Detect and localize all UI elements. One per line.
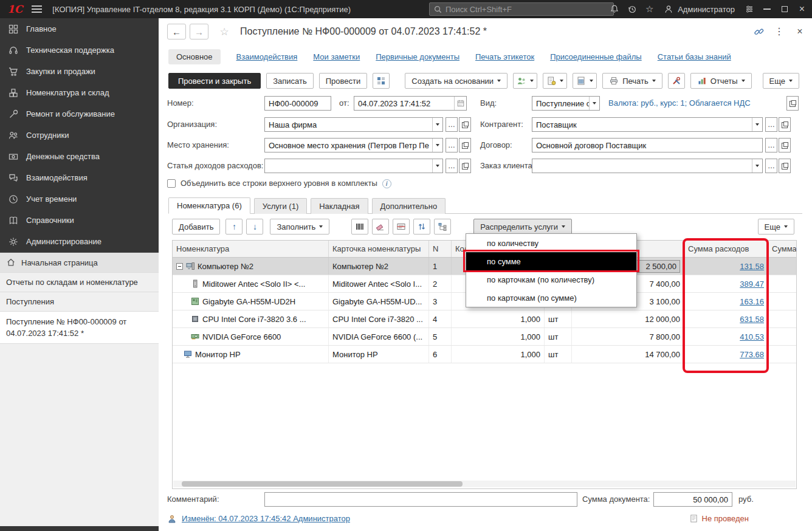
create-document-button[interactable]	[573, 73, 597, 89]
post-and-close-button[interactable]: Провести и закрыть	[168, 73, 261, 89]
combo-dropdown-button[interactable]	[752, 159, 762, 173]
number-input[interactable]	[264, 96, 331, 111]
sidebar-item-references[interactable]: Справочники	[0, 210, 159, 231]
sidebar-item-administration[interactable]: Администрирование	[0, 231, 159, 252]
contract-choose-button[interactable]: …	[765, 138, 777, 152]
tab-prisoedinennye-fayly[interactable]: Присоединенные файлы	[550, 52, 642, 61]
currency-info-link[interactable]: Валюта: руб., курс: 1; Облагается НДС	[608, 96, 751, 111]
sidebar-item-tech-support[interactable]: Техническая поддержка	[0, 39, 159, 61]
move-down-button[interactable]: ↓	[246, 219, 263, 235]
open-window-postupleniya[interactable]: Поступления	[0, 292, 159, 312]
contract-input[interactable]: Основной договор Поставщик	[532, 138, 763, 152]
sidebar-item-employees[interactable]: Сотрудники	[0, 125, 159, 146]
open-window-current-document[interactable]: Поступление № НФ00-000009 от 04.07.2023 …	[0, 312, 159, 344]
tab-additional[interactable]: Дополнительно	[372, 198, 446, 214]
combine-rows-checkbox[interactable]	[167, 179, 176, 188]
scrollbar-thumb[interactable]	[182, 481, 463, 487]
column-header[interactable]: N	[429, 241, 452, 257]
sidebar-item-repair-service[interactable]: Ремонт и обслуживание	[0, 103, 159, 125]
maximize-button[interactable]	[776, 0, 793, 18]
menu-item-by-cards-quantity[interactable]: по карточкам (по количеству)	[466, 270, 636, 289]
combo-dropdown-button[interactable]	[752, 118, 762, 131]
tab-osnovnoe[interactable]: Основное	[168, 49, 221, 64]
combo-dropdown-button[interactable]	[432, 159, 442, 173]
client-order-open-button[interactable]	[779, 159, 791, 173]
info-icon[interactable]: i	[382, 179, 391, 188]
home-page-item[interactable]: Начальная страница	[0, 253, 159, 273]
close-window-button[interactable]: ×	[793, 0, 811, 18]
reports-button[interactable]: Отчеты	[690, 73, 752, 89]
favorite-toggle[interactable]: ☆	[217, 26, 232, 38]
contractor-open-button[interactable]	[779, 117, 791, 132]
save-button[interactable]: Записать	[266, 73, 314, 89]
table-more-button[interactable]: Еще	[758, 219, 794, 235]
sidebar-item-glavnoe[interactable]: Главное	[0, 18, 159, 39]
column-header[interactable]: Сумма расходов	[684, 241, 768, 257]
history-button[interactable]	[623, 0, 641, 18]
tab-pechat-etiketok[interactable]: Печать этикеток	[475, 52, 534, 61]
close-document-button[interactable]: ×	[794, 26, 806, 38]
sidebar-item-money[interactable]: Денежные средства	[0, 146, 159, 167]
horizontal-scrollbar[interactable]	[173, 481, 796, 487]
sidebar-item-purchases-sales[interactable]: Закупки и продажи	[0, 61, 159, 82]
move-up-button[interactable]: ↑	[225, 219, 243, 235]
collapse-group-icon[interactable]	[176, 263, 183, 270]
expenses-amount-link[interactable]: 773.68	[740, 350, 764, 359]
create-based-on-button[interactable]: Создать на основании	[405, 73, 507, 89]
contractor-choose-button[interactable]: …	[765, 117, 777, 132]
client-order-select[interactable]	[532, 159, 763, 173]
open-window-reports[interactable]: Отчеты по складам и номенклатуре	[0, 273, 159, 292]
scan-labels-button[interactable]	[393, 219, 410, 235]
expense-item-select[interactable]	[264, 159, 443, 173]
menu-item-by-quantity[interactable]: по количеству	[466, 234, 636, 252]
tab-moi-zametki[interactable]: Мои заметки	[313, 52, 360, 61]
column-header[interactable]: Сумма	[768, 241, 796, 257]
expenses-amount-link[interactable]: 389.47	[740, 279, 764, 289]
contract-open-button[interactable]	[779, 138, 791, 152]
get-link-button[interactable]	[752, 26, 765, 38]
search-input[interactable]	[446, 5, 610, 14]
tab-pervichnye-dokumenty[interactable]: Первичные документы	[376, 52, 459, 61]
kind-select[interactable]: Поступление о	[532, 96, 600, 111]
fill-button[interactable]: Заполнить	[270, 219, 329, 235]
main-menu-button[interactable]	[32, 5, 42, 13]
expenses-amount-link[interactable]: 631.58	[740, 315, 764, 324]
back-button[interactable]: ←	[167, 24, 186, 39]
column-header[interactable]: Карточка номенклатуры	[329, 241, 429, 257]
more-menu-button[interactable]: ⋮	[773, 26, 785, 38]
create-contact-button[interactable]	[513, 73, 537, 89]
expenses-amount-link[interactable]: 131.58	[740, 262, 764, 271]
storage-open-button[interactable]	[459, 138, 471, 152]
clear-button[interactable]	[372, 219, 389, 235]
storage-select[interactable]: Основное место хранения (Петров Петр Пе	[264, 138, 443, 152]
combo-dropdown-button[interactable]	[589, 97, 599, 110]
sort-rows-button[interactable]	[413, 219, 430, 235]
forward-button[interactable]: →	[190, 24, 208, 39]
table-row[interactable]: Монитор HP Монитор HP 6 1,000 шт 14 700,…	[173, 346, 796, 363]
combo-dropdown-button[interactable]	[432, 118, 442, 131]
combo-dropdown-button[interactable]	[432, 139, 442, 152]
modified-link[interactable]: Изменён: 04.07.2023 17:45:42 Администрат…	[182, 514, 350, 523]
add-row-button[interactable]: Добавить	[172, 219, 220, 235]
storage-choose-button[interactable]: …	[446, 138, 458, 152]
distribute-services-button[interactable]: Распределить услуги	[473, 219, 572, 235]
date-input[interactable]: 04.07.2023 17:41:52	[354, 96, 467, 111]
open-currency-form-button[interactable]	[786, 96, 799, 111]
table-row[interactable]: CPU Intel Core i7-3820 3.6 ... CPU Intel…	[173, 310, 796, 328]
table-row[interactable]: NVIDIA GeForce 6600 NVIDIA GeForce 6600 …	[173, 328, 796, 346]
expenses-amount-link[interactable]: 410.53	[740, 332, 764, 341]
favorites-button[interactable]: ☆	[641, 0, 658, 18]
column-header[interactable]: Номенклатура	[173, 241, 329, 257]
tab-nomenclature[interactable]: Номенклатура (6)	[168, 197, 250, 214]
tab-services[interactable]: Услуги (1)	[254, 198, 307, 214]
organization-select[interactable]: Наша фирма	[264, 117, 443, 132]
structure-button[interactable]	[434, 219, 451, 235]
menu-item-by-sum[interactable]: по сумме	[466, 252, 636, 270]
user-menu-button[interactable]: Администратор	[658, 4, 740, 14]
interface-settings-button[interactable]	[740, 0, 758, 18]
sidebar-item-time-tracking[interactable]: Учет времени	[0, 188, 159, 210]
client-order-choose-button[interactable]: …	[765, 159, 777, 173]
tab-stati-bazy-znaniy[interactable]: Статьи базы знаний	[658, 52, 731, 61]
print-button[interactable]: Печать	[602, 73, 662, 89]
more-button[interactable]: Еще	[763, 73, 799, 89]
